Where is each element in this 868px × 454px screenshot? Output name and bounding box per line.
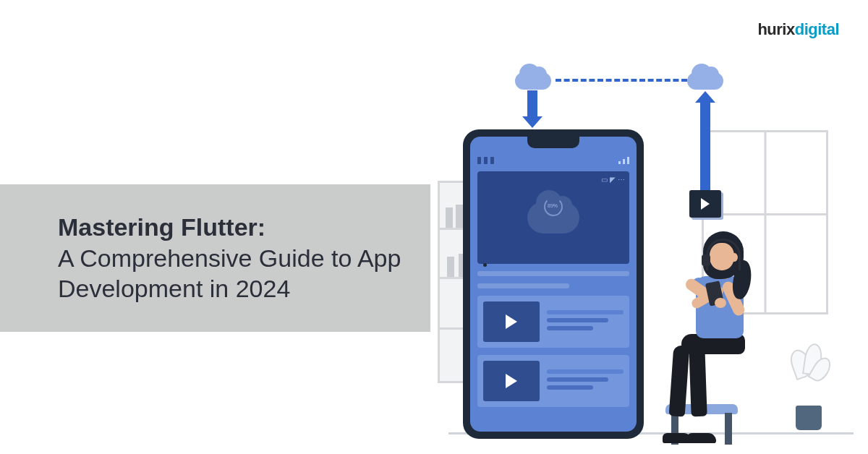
phone-mockup: ▭ ◤ ⋯ 89% [463,129,644,439]
video-list-item [477,296,629,348]
phone-screen: ▭ ◤ ⋯ 89% [470,137,637,432]
cloud-download-icon [515,72,551,90]
play-thumb-icon [483,361,540,401]
title-banner: Mastering Flutter: A Comprehensive Guide… [0,184,430,332]
video-list-item [477,355,629,407]
sync-dashed-line [556,79,687,82]
plant-decor [787,343,830,430]
arrow-down-icon [527,90,537,118]
featured-video-card: ▭ ◤ ⋯ 89% [477,171,629,264]
logo-text-accent: digital [795,20,839,38]
status-bar [477,155,629,166]
title-heading-bold: Mastering Flutter: [58,212,401,243]
headset-icon [706,239,741,270]
logo-text-primary: hurix [757,20,794,38]
cloud-progress-icon: 89% [527,202,579,234]
person-illustration [658,231,781,445]
media-play-icon [689,190,721,218]
chair-leg [725,413,732,445]
brand-logo: hurixdigital [757,20,839,39]
video-controls-icons: ▭ ◤ ⋯ [601,176,625,184]
title-heading-regular: A Comprehensive Guide to App Development… [58,243,401,304]
phone-notch [527,137,579,148]
play-thumb-icon [483,301,540,342]
cloud-upload-icon [687,72,723,90]
text-placeholder-line-short [477,283,569,288]
text-placeholder-line [477,271,629,276]
hero-illustration: ▭ ◤ ⋯ 89% [448,69,839,445]
upload-percent-label: 89% [548,203,558,208]
arrow-up-icon [700,101,710,202]
